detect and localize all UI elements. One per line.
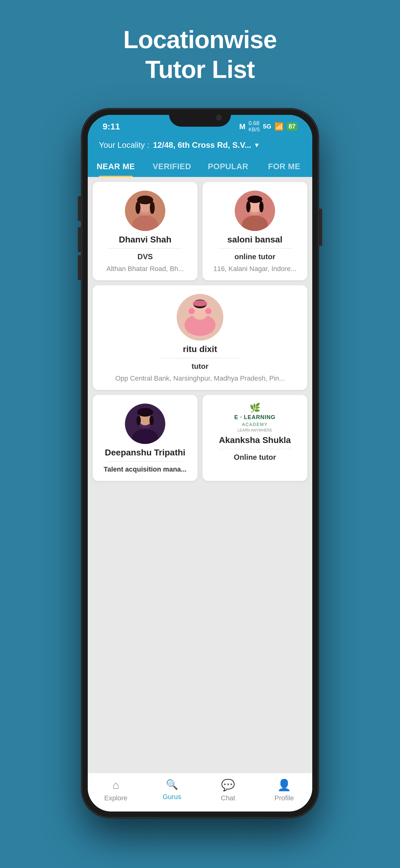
divider [218, 449, 292, 449]
battery-indicator: 87 [287, 122, 297, 131]
divider [160, 358, 241, 358]
avatar-saloni [235, 191, 275, 231]
signal-icon: 📶 [274, 122, 284, 131]
phone-mockup: 9:11 M 0.68 KB/S 5G 📶 87 Your Lo [82, 109, 318, 817]
gurus-icon: 🔍 [166, 779, 178, 790]
tab-popular[interactable]: POPULAR [200, 156, 256, 177]
avatar-deepanshu [125, 404, 165, 444]
tutor-location-dhanvi: Althan Bhatar Road, Bh... [106, 265, 184, 273]
network-type: 5G [263, 123, 271, 130]
tutor-role-akanksha: Online tutor [234, 453, 276, 462]
notch [169, 109, 231, 127]
divider [108, 248, 182, 249]
chevron-down-icon: ▾ [255, 141, 259, 149]
tutor-name-dhanvi: Dhanvi Shah [119, 235, 171, 245]
logo-text-sub: ACADEMY [242, 422, 268, 427]
tutor-card-deepanshu[interactable]: Deepanshu Tripathi Talent acquisition ma… [93, 395, 198, 481]
svg-point-6 [150, 202, 155, 214]
divider [218, 248, 292, 249]
nav-label-chat: Chat [221, 794, 235, 802]
nav-gurus[interactable]: 🔍 Gurus [144, 779, 200, 802]
logo-tagline: LEARN ANYWHERE [237, 428, 272, 432]
svg-point-13 [259, 201, 264, 212]
svg-point-5 [135, 202, 140, 214]
profile-icon: 👤 [277, 779, 291, 792]
tutor-card-saloni[interactable]: saloni bansal online tutor 116, Kalani N… [202, 182, 307, 280]
tutor-role-saloni: online tutor [234, 252, 275, 261]
svg-point-25 [137, 408, 153, 416]
nav-profile[interactable]: 👤 Profile [256, 779, 312, 802]
bottom-nav: ⌂ Explore 🔍 Gurus 💬 Chat 👤 Profile [88, 773, 312, 811]
nav-label-explore: Explore [104, 794, 128, 802]
svg-point-11 [247, 195, 262, 203]
camera [216, 115, 222, 120]
tutor-card-akanksha[interactable]: 🌿 E · LEARNING ACADEMY LEARN ANYWHERE Ak… [202, 395, 307, 481]
email-icon: M [239, 122, 245, 131]
tab-bar: NEAR ME VERIFIED POPULAR FOR ME [88, 156, 312, 177]
status-time: 9:11 [103, 122, 120, 132]
tab-near-me[interactable]: NEAR ME [88, 156, 144, 177]
nav-chat[interactable]: 💬 Chat [200, 779, 256, 802]
svg-point-18 [193, 300, 207, 306]
tab-for-me[interactable]: FOR ME [256, 156, 312, 177]
page-title: Locationwise Tutor List [124, 25, 277, 85]
tutor-role-deepanshu: Talent acquisition mana... [104, 465, 186, 473]
avatar-dhanvi [125, 191, 165, 231]
tutor-name-ritu: ritu dixit [183, 344, 217, 354]
nav-label-gurus: Gurus [163, 793, 181, 801]
nav-label-profile: Profile [274, 794, 294, 802]
tutor-role-ritu: tutor [192, 362, 209, 371]
location-bar[interactable]: Your Locality : 12/48, 6th Cross Rd, S.V… [88, 136, 312, 156]
tab-verified[interactable]: VERIFIED [144, 156, 200, 177]
tutor-name-saloni: saloni bansal [227, 235, 282, 245]
avatar-ritu [177, 294, 223, 341]
status-icons: M 0.68 KB/S 5G 📶 87 [239, 120, 297, 133]
nav-explore[interactable]: ⌂ Explore [88, 779, 144, 802]
explore-icon: ⌂ [112, 779, 120, 792]
divider [108, 461, 182, 462]
data-speed: 0.68 KB/S [249, 120, 260, 133]
elearning-logo: 🌿 E · LEARNING ACADEMY LEARN ANYWHERE [209, 404, 301, 432]
tutor-list: Dhanvi Shah DVS Althan Bhatar Road, Bh..… [88, 177, 312, 773]
tutor-card-ritu[interactable]: ritu dixit tutor Opp Central Bank, Narsi… [93, 285, 307, 390]
tutor-card-dhanvi[interactable]: Dhanvi Shah DVS Althan Bhatar Road, Bh..… [93, 182, 198, 280]
tutor-role-dhanvi: DVS [137, 252, 153, 261]
svg-point-12 [246, 201, 251, 212]
svg-point-27 [149, 415, 154, 425]
tutor-name-akanksha: Akanksha Shukla [219, 435, 291, 445]
tutor-location-ritu: Opp Central Bank, Narsinghpur, Madhya Pr… [115, 374, 285, 382]
svg-point-19 [189, 308, 195, 314]
location-text: 12/48, 6th Cross Rd, S.V... [153, 140, 251, 150]
tutor-name-deepanshu: Deepanshu Tripathi [105, 448, 186, 458]
svg-point-20 [205, 308, 211, 314]
logo-text-main: E · LEARNING [234, 414, 275, 421]
leaf-icon: 🌿 [249, 403, 261, 413]
svg-point-26 [136, 415, 141, 425]
tutor-location-saloni: 116, Kalani Nagar, Indore... [213, 265, 296, 273]
location-label: Your Locality : [99, 140, 149, 150]
chat-icon: 💬 [221, 779, 235, 792]
